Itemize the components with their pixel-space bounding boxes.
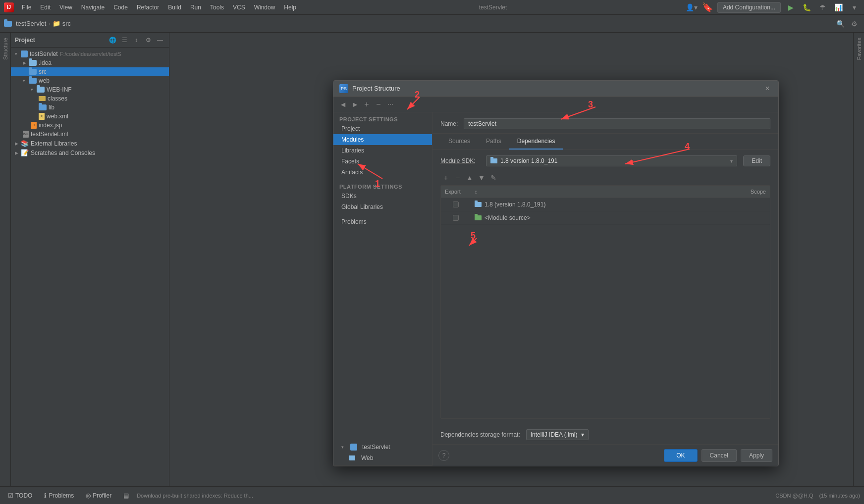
dep-down-button[interactable]: ▼ [476,172,487,183]
debug-button[interactable]: 🐛 [801,1,812,13]
dep-scope-module [720,217,770,219]
tab-paths[interactable]: Paths [478,134,509,150]
more-actions-button[interactable]: ▾ [848,1,860,13]
module-label: testServlet [362,444,390,451]
settings-button[interactable]: ⚙ [848,18,860,30]
dep-edit-button[interactable]: ✎ [488,172,499,183]
nav-item-problems[interactable]: Problems [333,216,432,227]
panel-minimize-button[interactable]: — [155,35,165,45]
tree-item-testservlet[interactable]: ▾ testServlet F:/code/idea/servlet/testS [11,50,169,58]
dep-up-button[interactable]: ▲ [464,172,475,183]
tree-item-ext-libs[interactable]: ▶ 📚 External Libraries [11,139,169,148]
apply-button[interactable]: Apply [741,449,772,462]
menu-help[interactable]: Help [280,3,300,12]
todo-label: TODO [15,492,32,499]
dep-add-button[interactable]: + [440,172,451,183]
tree-item-webxml[interactable]: X web.xml [11,112,169,121]
menu-file[interactable]: File [18,3,35,12]
tree-item-classes[interactable]: classes [11,94,169,103]
tree-label-web: web [39,77,50,84]
search-everywhere-button[interactable]: 🔍 [834,18,846,30]
menu-tools[interactable]: Tools [206,3,228,12]
tree-item-src[interactable]: src [11,67,169,76]
profile-button[interactable]: 📊 [832,1,844,13]
name-input[interactable] [464,118,770,129]
module-icon [350,444,357,451]
menu-build[interactable]: Build [164,3,185,12]
add-configuration-button[interactable]: Add Configuration... [717,2,781,13]
checkbox-module[interactable] [453,215,459,221]
dep-table-header: Export ↕ Scope [441,186,770,198]
profiler-label: Profiler [93,492,111,499]
left-sidebar: Structure [0,33,11,486]
breadcrumb-src[interactable]: src [62,20,71,27]
module-item-testservlet[interactable]: ▾ testServlet [333,442,432,453]
nav-item-sdks[interactable]: SDKs [333,191,432,202]
panel-list-button[interactable]: ☰ [119,35,129,45]
tree-item-iml[interactable]: IML testServlet.iml [11,130,169,139]
menu-refactor[interactable]: Refactor [133,3,163,12]
menu-edit[interactable]: Edit [36,3,54,12]
cancel-button[interactable]: Cancel [702,449,737,462]
nav-item-facets[interactable]: Facets [333,156,432,167]
src-folder-icon [29,69,37,75]
name-label: Name: [440,120,458,127]
tree-item-idea[interactable]: ▶ .idea [11,58,169,67]
dep-check-sdk[interactable] [441,201,471,208]
tree-item-web[interactable]: ▾ web [11,76,169,85]
structure-tab[interactable]: Structure [1,35,9,63]
tree-item-indexjsp[interactable]: J index.jsp [11,121,169,130]
sdk-value: 1.8 version 1.8.0_191 [500,157,728,164]
panel-collapse-button[interactable]: 🌐 [108,35,117,45]
help-button[interactable]: ? [438,450,449,461]
menu-code[interactable]: Code [109,3,132,12]
nav-forward-button[interactable]: ▶ [349,99,360,110]
tree-item-web-inf[interactable]: ▾ WEB-INF [11,85,169,94]
menu-navigate[interactable]: Navigate [77,3,108,12]
checkbox-sdk[interactable] [453,202,459,207]
dep-check-module[interactable] [441,214,471,222]
bookmark-button[interactable]: 🔖 [702,1,713,13]
sdk-edit-button[interactable]: Edit [743,155,770,166]
panel-sort-button[interactable]: ↕ [131,35,141,45]
menu-run[interactable]: Run [186,3,205,12]
dep-row-sdk[interactable]: 1.8 (version 1.8.0_191) [441,198,770,211]
coverage-button[interactable]: ☂ [816,1,828,13]
menu-view[interactable]: View [55,3,76,12]
ok-button[interactable]: OK [664,449,697,462]
tree-item-lib[interactable]: lib [11,103,169,112]
storage-select[interactable]: IntelliJ IDEA (.iml) ▾ [526,429,589,440]
nav-back-button[interactable]: ◀ [337,99,348,110]
tab-sources[interactable]: Sources [440,134,478,150]
nav-remove-button[interactable]: − [373,99,384,110]
nav-add-button[interactable]: + [361,99,372,110]
nav-item-project[interactable]: Project [333,123,432,134]
nav-item-global-libs[interactable]: Global Libraries [333,202,432,212]
todo-tab[interactable]: ☑ TODO [4,490,36,501]
nav-item-modules[interactable]: Modules [333,134,432,145]
account-button[interactable]: 👤▾ [686,1,698,13]
nav-expand-button[interactable]: ⋯ [385,99,396,110]
nav-item-artifacts[interactable]: Artifacts [333,167,432,178]
favorites-tab[interactable]: Favorites [855,35,863,63]
tree-label-iml: testServlet.iml [31,131,68,138]
dialog-close-button[interactable]: × [762,84,772,94]
panel-settings-button[interactable]: ⚙ [143,35,153,45]
sdk-select[interactable]: 1.8 version 1.8.0_191 ▾ [486,155,737,166]
run-button[interactable]: ▶ [785,1,797,13]
nav-item-libraries[interactable]: Libraries [333,145,432,156]
tab-dependencies[interactable]: Dependencies [509,134,563,150]
problems-tab[interactable]: ℹ Problems [40,490,78,501]
profiler-tab[interactable]: ◎ Profiler [82,490,115,501]
dep-row-module[interactable]: <Module source> [441,211,770,225]
breadcrumb-project[interactable]: testServlet [16,20,46,27]
col-export: Export [441,188,471,196]
menu-vcs[interactable]: VCS [229,3,249,12]
dep-remove-button[interactable]: − [452,172,463,183]
dialog-title-bar: PS Project Structure × [333,81,778,97]
tree-label: testServlet [30,50,58,57]
menu-window[interactable]: Window [250,3,279,12]
tree-item-scratches[interactable]: ▶ 📝 Scratches and Consoles [11,148,169,157]
terminal-tab[interactable]: ▤ [119,490,133,501]
module-item-web[interactable]: Web [333,453,432,463]
